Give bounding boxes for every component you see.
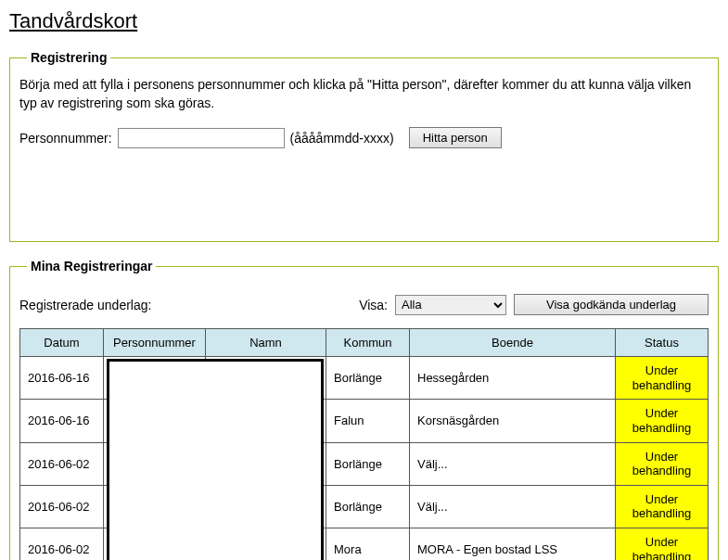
visa-select[interactable]: Alla (395, 295, 506, 315)
col-namn: Namn (206, 329, 326, 357)
table-row[interactable]: 2016-06-02MoraMORA - Egen bostad LSSUnde… (20, 528, 709, 560)
cell-kommun: Mora (326, 528, 410, 560)
registered-underlag-label: Registrerade underlag: (19, 298, 151, 312)
cell-pnr (104, 485, 206, 528)
col-personnummer: Personnummer (104, 329, 206, 357)
personnummer-hint: (ååååmmdd-xxxx) (290, 131, 394, 146)
find-person-button[interactable]: Hitta person (409, 127, 502, 148)
my-registrations-fieldset: Mina Registreringar Registrerade underla… (9, 259, 719, 560)
cell-datum: 2016-06-02 (20, 528, 104, 560)
cell-kommun: Borlänge (326, 442, 410, 485)
cell-status: Underbehandling (616, 357, 709, 400)
table-row[interactable]: 2016-06-02BorlängeVälj...Underbehandling (20, 485, 709, 528)
registration-legend: Registrering (27, 50, 110, 65)
cell-status: Underbehandling (616, 485, 709, 528)
personnummer-label: Personnummer: (19, 131, 112, 146)
cell-boende: MORA - Egen bostad LSS (410, 528, 616, 560)
cell-boende: Välj... (410, 485, 616, 528)
cell-boende: Korsnäsgården (410, 400, 616, 442)
cell-datum: 2016-06-02 (20, 442, 104, 485)
visa-label: Visa: (359, 298, 388, 312)
cell-datum: 2016-06-02 (20, 485, 104, 528)
cell-namn (206, 485, 326, 528)
page-title: Tandvårdskort (9, 9, 719, 33)
cell-pnr (104, 357, 206, 400)
cell-kommun: Borlänge (326, 485, 410, 528)
cell-namn (206, 357, 326, 400)
cell-pnr (104, 528, 206, 560)
cell-boende: Hessegården (410, 357, 616, 400)
col-status: Status (616, 329, 709, 357)
cell-namn (206, 528, 326, 560)
table-row[interactable]: 2016-06-02BorlängeVälj...Underbehandling (20, 442, 709, 485)
cell-datum: 2016-06-16 (20, 400, 104, 442)
personnummer-input[interactable] (118, 128, 285, 148)
cell-status: Underbehandling (616, 400, 709, 442)
my-registrations-legend: Mina Registreringar (27, 259, 156, 274)
cell-status: Underbehandling (616, 528, 709, 560)
cell-boende: Välj... (410, 442, 616, 485)
registrations-table: Datum Personnummer Namn Kommun Boende St… (19, 328, 709, 560)
cell-kommun: Borlänge (326, 357, 410, 400)
col-datum: Datum (20, 329, 104, 357)
show-approved-button[interactable]: Visa godkända underlag (514, 294, 709, 315)
table-row[interactable]: 2016-06-16FalunKorsnäsgårdenUnderbehandl… (20, 400, 709, 442)
cell-namn (206, 400, 326, 442)
registration-intro: Börja med att fylla i personens personnu… (19, 76, 709, 112)
cell-kommun: Falun (326, 400, 410, 442)
cell-pnr (104, 442, 206, 485)
col-kommun: Kommun (326, 329, 410, 357)
cell-namn (206, 442, 326, 485)
col-boende: Boende (410, 329, 616, 357)
table-row[interactable]: 2016-06-16BorlängeHessegårdenUnderbehand… (20, 357, 709, 400)
cell-status: Underbehandling (616, 442, 709, 485)
registration-fieldset: Registrering Börja med att fylla i perso… (9, 50, 719, 242)
cell-datum: 2016-06-16 (20, 357, 104, 400)
cell-pnr (104, 400, 206, 442)
